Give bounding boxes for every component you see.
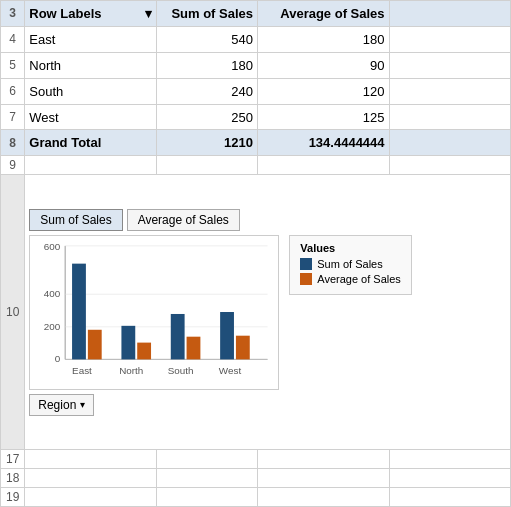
row-labels-filter-button[interactable]: Row Labels ▾ xyxy=(29,6,152,21)
east-avg: 180 xyxy=(258,26,390,52)
legend-sum-label: Sum of Sales xyxy=(317,258,382,270)
row-labels-header[interactable]: Row Labels ▾ xyxy=(25,1,157,27)
sum-of-sales-header: Sum of Sales xyxy=(156,1,257,27)
row-num-10: 10 xyxy=(1,175,25,450)
row-num-7: 7 xyxy=(1,104,25,130)
north-avg: 90 xyxy=(258,52,390,78)
legend-item-avg: Average of Sales xyxy=(300,273,401,285)
grand-total-row: 8 Grand Total 1210 134.4444444 xyxy=(1,130,511,156)
svg-text:East: East xyxy=(72,365,92,376)
chart-buttons-row: 10 Sum of Sales Average of Sales xyxy=(1,175,511,450)
avg-color-swatch xyxy=(300,273,312,285)
legend-title: Values xyxy=(300,242,401,254)
bar-chart: 0 200 400 600 xyxy=(29,235,279,390)
pivot-header-row: 3 Row Labels ▾ Sum of Sales Average of S… xyxy=(1,1,511,27)
region-west: West xyxy=(25,104,157,130)
region-north: North xyxy=(25,52,157,78)
empty-row-9: 9 xyxy=(1,156,511,175)
empty-row-19: 19 xyxy=(1,488,511,507)
south-avg-bar xyxy=(187,336,201,359)
region-east: East xyxy=(25,26,157,52)
svg-text:200: 200 xyxy=(44,320,61,331)
south-sum: 240 xyxy=(156,78,257,104)
svg-text:West: West xyxy=(219,365,242,376)
row-num-4: 4 xyxy=(1,26,25,52)
avg-of-sales-header: Average of Sales xyxy=(258,1,390,27)
region-label: Region xyxy=(38,398,76,412)
south-avg: 120 xyxy=(258,78,390,104)
east-sum-bar xyxy=(72,263,86,359)
grand-total-label: Grand Total xyxy=(25,130,157,156)
empty-row-17: 17 xyxy=(1,450,511,469)
dropdown-arrow-icon: ▾ xyxy=(80,399,85,410)
row-num-8: 8 xyxy=(1,130,25,156)
chart-svg-wrapper: 0 200 400 600 xyxy=(29,235,506,390)
chart-area: Sum of Sales Average of Sales 0 200 xyxy=(25,175,511,450)
row-num-6: 6 xyxy=(1,78,25,104)
filter-icon: ▾ xyxy=(145,6,152,21)
chart-legend: Values Sum of Sales Average of Sales xyxy=(289,235,412,295)
west-avg-bar xyxy=(236,335,250,359)
svg-text:400: 400 xyxy=(44,288,61,299)
sum-of-sales-chart-button[interactable]: Sum of Sales xyxy=(29,209,122,231)
grand-total-avg: 134.4444444 xyxy=(258,130,390,156)
west-sum: 250 xyxy=(156,104,257,130)
row-num-5: 5 xyxy=(1,52,25,78)
extra-col-header xyxy=(389,1,510,27)
west-avg: 125 xyxy=(258,104,390,130)
table-row: 7 West 250 125 xyxy=(1,104,511,130)
svg-text:North: North xyxy=(120,365,144,376)
svg-text:0: 0 xyxy=(55,353,61,364)
table-row: 4 East 540 180 xyxy=(1,26,511,52)
west-sum-bar xyxy=(220,312,234,359)
north-sum: 180 xyxy=(156,52,257,78)
row-num-9: 9 xyxy=(1,156,25,175)
empty-row-18: 18 xyxy=(1,469,511,488)
grand-total-sum: 1210 xyxy=(156,130,257,156)
region-south: South xyxy=(25,78,157,104)
north-avg-bar xyxy=(138,342,152,359)
region-filter-button[interactable]: Region ▾ xyxy=(29,394,94,416)
south-sum-bar xyxy=(171,314,185,359)
north-sum-bar xyxy=(122,325,136,359)
east-sum: 540 xyxy=(156,26,257,52)
table-row: 6 South 240 120 xyxy=(1,78,511,104)
svg-text:600: 600 xyxy=(44,240,61,251)
svg-text:South: South xyxy=(168,365,194,376)
sum-color-swatch xyxy=(300,258,312,270)
table-row: 5 North 180 90 xyxy=(1,52,511,78)
chart-button-group: Sum of Sales Average of Sales xyxy=(29,209,506,231)
avg-of-sales-chart-button[interactable]: Average of Sales xyxy=(127,209,240,231)
row-num-3: 3 xyxy=(1,1,25,27)
legend-item-sum: Sum of Sales xyxy=(300,258,401,270)
east-avg-bar xyxy=(88,329,102,359)
legend-avg-label: Average of Sales xyxy=(317,273,401,285)
